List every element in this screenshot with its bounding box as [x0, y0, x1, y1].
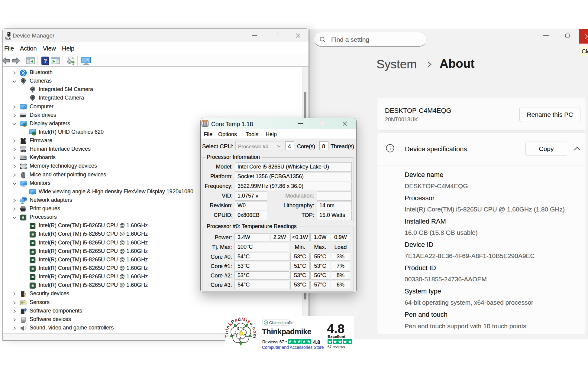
svg-text:?: ?: [43, 57, 47, 64]
